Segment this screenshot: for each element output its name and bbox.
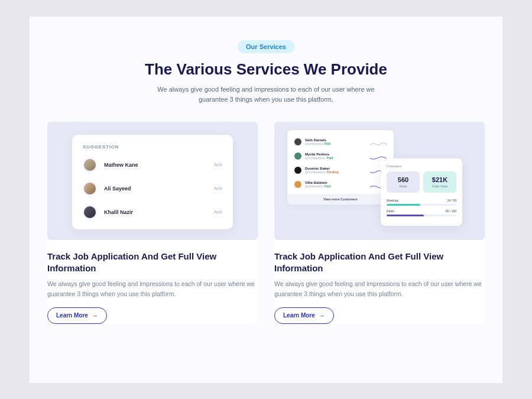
stat-label: Deals: [389, 184, 417, 188]
overview-title: Overview: [387, 164, 456, 168]
customer-meta: @myrtleperkinsPending: [305, 170, 366, 174]
customer-meta: @olliebaldwinPaid: [305, 184, 366, 188]
stat-value: 560: [389, 176, 417, 183]
add-button[interactable]: Add: [214, 162, 222, 167]
suggestion-name: Khalil Nazir: [104, 209, 207, 215]
arrow-right-icon: →: [319, 312, 325, 319]
section-title: The Various Services We Provide: [47, 60, 485, 79]
suggestion-panel: SUGGESTION Mathew Kane Add Ali Sayeed Ad…: [72, 135, 233, 229]
card-description: We always give good feeling and impressi…: [274, 279, 485, 299]
customer-meta: @sethdanielsPaid: [305, 142, 366, 145]
suggestion-row: Ali Sayeed Add: [83, 181, 222, 196]
learn-more-button[interactable]: Learn More →: [274, 307, 334, 324]
stat-label: Order Value: [426, 184, 454, 188]
section-header: Our Services The Various Services We Pro…: [47, 40, 485, 105]
stat-order-value: $21K Order Value: [423, 171, 456, 193]
progress-bar: [387, 204, 456, 206]
card-title: Track Job Application And Get Full View …: [47, 251, 258, 275]
learn-more-button[interactable]: Learn More →: [47, 307, 107, 324]
learn-more-label: Learn More: [56, 312, 88, 319]
arrow-right-icon: →: [92, 312, 98, 319]
avatar: [83, 205, 97, 219]
suggestion-name: Ali Sayeed: [104, 186, 207, 192]
service-card-1: SUGGESTION Mathew Kane Add Ali Sayeed Ad…: [47, 122, 258, 324]
overview-panel: Overview 560 Deals $21K Order Value: [381, 158, 462, 226]
customer-row: Myrtle Perkins @myrtleperkinsPaid: [287, 150, 394, 164]
learn-more-label: Learn More: [283, 312, 315, 319]
stat-deals: 560 Deals: [387, 171, 420, 193]
add-button[interactable]: Add: [214, 186, 222, 191]
metric-value: 24 / 50: [447, 199, 456, 202]
card-title: Track Job Application And Get Full View …: [274, 251, 485, 275]
cards-row: SUGGESTION Mathew Kane Add Ali Sayeed Ad…: [47, 122, 485, 324]
avatar: [294, 181, 301, 188]
avatar: [294, 153, 301, 160]
metric-meetings: Meetings 24 / 50: [387, 199, 456, 206]
stat-value: $21K: [426, 176, 454, 183]
customer-row: Ollie Baldwin @olliebaldwinPaid: [287, 179, 394, 193]
add-button[interactable]: Add: [214, 209, 222, 215]
suggestion-row: Mathew Kane Add: [83, 158, 222, 172]
section-badge: Our Services: [238, 40, 294, 53]
avatar: [83, 158, 97, 172]
customers-panel: Seth Daniels @sethdanielsPaid Myrtle Per…: [287, 130, 394, 205]
avatar: [294, 138, 301, 145]
view-more-button[interactable]: View more Customers: [287, 194, 394, 205]
suggestion-name: Mathew Kane: [104, 162, 207, 168]
card-description: We always give good feeling and impressi…: [47, 279, 258, 299]
metric-label: Meetings: [387, 199, 398, 202]
illustration-customers: Seth Daniels @sethdanielsPaid Myrtle Per…: [274, 122, 485, 240]
customer-row: Seth Daniels @sethdanielsPaid: [287, 136, 394, 150]
customer-row: Dominic Baker @myrtleperkinsPending: [287, 164, 394, 179]
illustration-suggestion: SUGGESTION Mathew Kane Add Ali Sayeed Ad…: [47, 122, 258, 240]
customer-meta: @myrtleperkinsPaid: [305, 156, 366, 160]
avatar: [294, 167, 301, 174]
suggestion-row: Khalil Nazir Add: [83, 205, 222, 219]
service-card-2: Seth Daniels @sethdanielsPaid Myrtle Per…: [274, 122, 485, 324]
services-section: Our Services The Various Services We Pro…: [30, 17, 502, 383]
sparkline-icon: [370, 139, 387, 145]
avatar: [83, 181, 97, 196]
suggestion-header: SUGGESTION: [83, 144, 222, 150]
overview-stats: 560 Deals $21K Order Value: [387, 171, 456, 193]
metric-deals: Deals 80 / 150: [387, 209, 456, 216]
metric-label: Deals: [387, 209, 394, 213]
section-subtitle: We always give good feeling and impressi…: [154, 85, 378, 105]
metric-value: 80 / 150: [446, 209, 456, 213]
progress-bar: [387, 215, 456, 216]
